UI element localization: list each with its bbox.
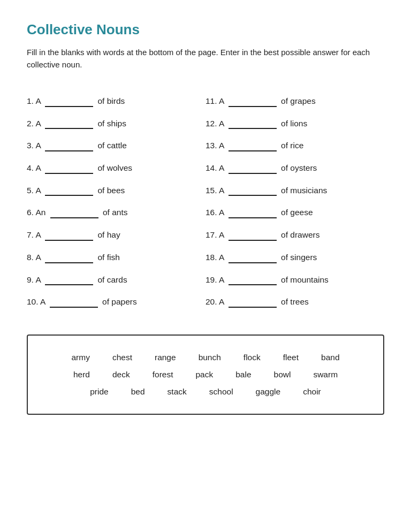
word-stack: stack (164, 386, 190, 398)
question-item: 4. A of wolves (27, 157, 206, 179)
question-item: 10. A of papers (27, 291, 206, 313)
question-noun: of fish (98, 253, 120, 262)
question-item: 3. A of cattle (27, 134, 206, 157)
word-bed: bed (128, 386, 148, 398)
question-noun: of lions (281, 119, 307, 128)
question-noun: of hay (98, 230, 120, 239)
answer-blank[interactable] (50, 209, 98, 218)
answer-blank[interactable] (50, 298, 98, 308)
question-number: 4. A (27, 163, 41, 172)
word-bank-row-2: herd deck forest pack bale bowl swarm (44, 369, 367, 381)
word-bank-row-1: army chest range bunch flock fleet band (44, 352, 367, 363)
answer-blank[interactable] (229, 142, 277, 151)
question-item: 7. A of hay (27, 224, 206, 246)
question-number: 13. A (206, 141, 224, 150)
question-item: 5. A of bees (27, 179, 206, 202)
answer-blank[interactable] (45, 276, 93, 285)
question-noun: of trees (281, 297, 309, 306)
word-pack: pack (192, 369, 216, 381)
questions-left-column: 1. A of birds 2. A of ships 3. A of catt… (27, 90, 206, 313)
word-fleet: fleet (280, 352, 302, 363)
question-number: 15. A (206, 186, 224, 195)
word-forest: forest (149, 369, 177, 381)
word-gaggle: gaggle (253, 386, 284, 398)
question-item: 11. A of grapes (206, 90, 384, 112)
question-noun: of grapes (281, 96, 316, 105)
question-item: 1. A of birds (27, 90, 206, 112)
question-item: 20. A of trees (206, 291, 384, 313)
word-bunch: bunch (195, 352, 224, 363)
question-item: 15. A of musicians (206, 179, 384, 202)
question-noun: of cattle (98, 141, 127, 150)
word-swarm: swarm (310, 369, 341, 381)
question-item: 6. An of ants (27, 201, 206, 224)
question-number: 16. A (206, 208, 224, 217)
page-title: Collective Nouns (27, 21, 384, 38)
answer-blank[interactable] (229, 254, 277, 263)
question-number: 2. A (27, 119, 41, 128)
question-noun: of cards (98, 275, 127, 284)
answer-blank[interactable] (229, 276, 277, 285)
questions-grid: 1. A of birds 2. A of ships 3. A of catt… (27, 90, 384, 313)
question-noun: of singers (281, 253, 317, 262)
answer-blank[interactable] (229, 97, 277, 107)
question-item: 18. A of singers (206, 246, 384, 269)
answer-blank[interactable] (45, 97, 93, 107)
question-noun: of oysters (281, 163, 317, 172)
word-choir: choir (300, 386, 324, 398)
question-item: 13. A of rice (206, 134, 384, 157)
questions-right-column: 11. A of grapes 12. A of lions 13. A of … (206, 90, 384, 313)
answer-blank[interactable] (45, 254, 93, 263)
question-number: 18. A (206, 253, 224, 262)
question-noun: of geese (281, 208, 313, 217)
word-flock: flock (240, 352, 264, 363)
question-number: 19. A (206, 275, 224, 284)
question-item: 8. A of fish (27, 246, 206, 269)
question-number: 17. A (206, 230, 224, 239)
answer-blank[interactable] (45, 142, 93, 151)
word-bowl: bowl (271, 369, 294, 381)
question-noun: of ants (103, 208, 128, 217)
word-school: school (206, 386, 237, 398)
question-number: 6. An (27, 208, 45, 217)
question-item: 14. A of oysters (206, 157, 384, 179)
answer-blank[interactable] (229, 119, 277, 129)
answer-blank[interactable] (229, 209, 277, 218)
question-noun: of ships (98, 119, 126, 128)
question-item: 16. A of geese (206, 201, 384, 224)
question-number: 14. A (206, 163, 224, 172)
word-deck: deck (109, 369, 133, 381)
word-range: range (151, 352, 179, 363)
question-item: 9. A of cards (27, 269, 206, 291)
word-chest: chest (109, 352, 135, 363)
question-number: 9. A (27, 275, 41, 284)
question-item: 17. A of drawers (206, 224, 384, 246)
question-noun: of bees (98, 186, 125, 195)
instructions-text: Fill in the blanks with words at the bot… (27, 47, 384, 71)
answer-blank[interactable] (229, 186, 277, 196)
answer-blank[interactable] (229, 164, 277, 174)
question-item: 2. A of ships (27, 112, 206, 135)
question-number: 5. A (27, 186, 41, 195)
question-number: 11. A (206, 96, 224, 105)
word-band: band (318, 352, 342, 363)
question-noun: of wolves (98, 163, 133, 172)
answer-blank[interactable] (229, 298, 277, 308)
question-number: 7. A (27, 230, 41, 239)
question-number: 3. A (27, 141, 41, 150)
question-item: 19. A of mountains (206, 269, 384, 291)
answer-blank[interactable] (229, 231, 277, 241)
answer-blank[interactable] (45, 119, 93, 129)
question-number: 12. A (206, 119, 224, 128)
answer-blank[interactable] (45, 231, 93, 241)
answer-blank[interactable] (45, 186, 93, 196)
question-noun: of rice (281, 141, 303, 150)
word-bale: bale (232, 369, 254, 381)
answer-blank[interactable] (45, 164, 93, 174)
question-noun: of mountains (281, 275, 329, 284)
word-pride: pride (87, 386, 111, 398)
question-noun: of drawers (281, 230, 319, 239)
question-number: 20. A (206, 297, 224, 306)
question-noun: of birds (98, 96, 125, 105)
question-noun: of musicians (281, 186, 327, 195)
